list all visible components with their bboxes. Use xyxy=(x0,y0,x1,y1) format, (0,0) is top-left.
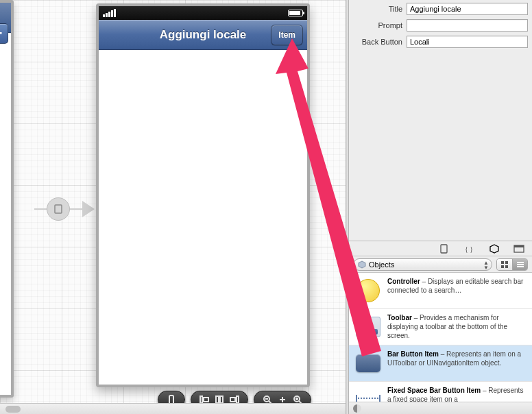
segue-node-icon[interactable] xyxy=(47,197,70,221)
svg-rect-21 xyxy=(501,261,504,264)
list-view-icon[interactable] xyxy=(512,259,527,270)
fixed-space-icon xyxy=(353,386,383,402)
library-filter-label: Objects xyxy=(369,260,394,269)
prompt-field[interactable] xyxy=(407,19,528,32)
add-button-icon[interactable]: + xyxy=(0,23,8,44)
svg-text:{ }: { } xyxy=(465,245,473,253)
toolbar-icon xyxy=(353,313,383,341)
lib-item-title: Controller xyxy=(387,278,420,285)
bar-button-item-icon xyxy=(353,350,383,377)
lib-item-title: Fixed Space Bar Button Item xyxy=(387,387,481,394)
lib-item-title: Bar Button Item xyxy=(387,350,439,358)
lib-item-title: Toolbar xyxy=(387,314,412,321)
svg-rect-2 xyxy=(200,396,202,403)
previous-view-controller[interactable]: + xyxy=(0,0,14,398)
svg-rect-24 xyxy=(505,265,508,268)
prompt-label: Prompt xyxy=(353,21,407,29)
cube-icon xyxy=(358,260,366,269)
storyboard-canvas[interactable]: + Aggiungi locale Item xyxy=(0,0,346,414)
nav-title[interactable]: Aggiungi locale xyxy=(160,28,247,42)
svg-rect-23 xyxy=(501,265,504,268)
navigation-bar[interactable]: Aggiungi locale Item xyxy=(99,20,307,50)
file-templates-tab-icon[interactable] xyxy=(439,243,451,254)
svg-rect-6 xyxy=(237,396,239,403)
inspector-panel: Title Prompt Back Button { } xyxy=(349,0,532,414)
canvas-horizontal-scrollbar[interactable] xyxy=(0,403,346,414)
library-view-mode xyxy=(496,258,528,271)
svg-rect-0 xyxy=(55,205,62,213)
library-footer xyxy=(349,402,532,414)
title-field[interactable] xyxy=(407,3,528,15)
svg-rect-20 xyxy=(514,245,524,247)
svg-rect-4 xyxy=(216,396,219,403)
svg-rect-17 xyxy=(441,245,447,253)
view-controller-scene[interactable]: Aggiungi locale Item xyxy=(96,3,310,387)
list-item[interactable]: Toolbar – Provides a mechanism for displ… xyxy=(349,309,532,345)
back-button-label: Back Button xyxy=(353,38,407,46)
battery-icon xyxy=(288,10,303,16)
view-content[interactable] xyxy=(99,50,307,385)
dropdown-arrows-icon: ▲▼ xyxy=(483,260,489,270)
navigation-item-attributes: Title Prompt Back Button xyxy=(349,0,532,59)
title-label: Title xyxy=(353,5,407,13)
code-snippets-tab-icon[interactable]: { } xyxy=(463,243,476,254)
nav-right-bar-button[interactable]: Item xyxy=(271,25,303,45)
media-tab-icon[interactable] xyxy=(513,243,525,254)
library-pane: { } Objects ▲▼ xyxy=(349,241,532,414)
list-item[interactable]: Fixed Space Bar Button Item – Represents… xyxy=(349,382,532,402)
objects-tab-icon[interactable] xyxy=(488,243,500,254)
grid-view-icon[interactable] xyxy=(497,259,512,270)
status-bar xyxy=(99,6,307,20)
list-item[interactable]: Bar Button Item – Represents an item on … xyxy=(349,345,532,382)
contrast-icon[interactable] xyxy=(353,404,361,413)
svg-rect-3 xyxy=(204,398,208,402)
signal-icon xyxy=(103,9,116,17)
segue-arrow[interactable] xyxy=(34,197,95,221)
list-item[interactable]: Controller – Displays an editable search… xyxy=(349,273,532,309)
back-button-field[interactable] xyxy=(407,36,528,48)
library-tabs: { } xyxy=(349,241,532,256)
svg-rect-5 xyxy=(220,396,223,403)
svg-rect-7 xyxy=(230,398,235,402)
svg-rect-22 xyxy=(505,261,508,264)
library-filter-dropdown[interactable]: Objects ▲▼ xyxy=(353,258,492,271)
library-object-list[interactable]: Controller – Displays an editable search… xyxy=(349,273,532,402)
search-controller-icon xyxy=(353,277,383,304)
